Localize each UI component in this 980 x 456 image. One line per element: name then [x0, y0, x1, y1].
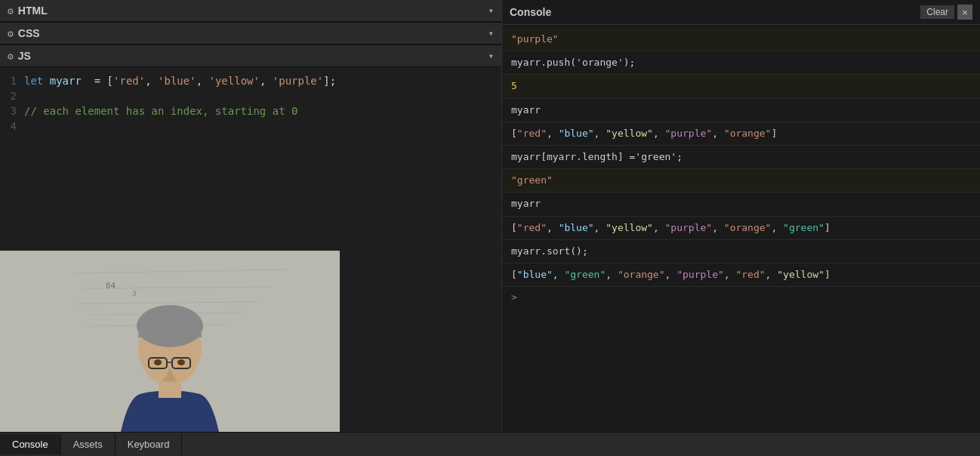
css-chevron-icon: ▾	[488, 28, 494, 39]
svg-rect-15	[159, 383, 181, 398]
tab-assets[interactable]: Assets	[61, 434, 116, 454]
line-content-3: // each element has an index, starting a…	[24, 103, 297, 119]
console-text-green-result: "green"	[511, 174, 553, 186]
console-entry-push: myarr.push('orange');	[502, 51, 980, 75]
bottom-tabs: Console Assets Keyboard	[0, 432, 980, 456]
console-entry-myarr1: myarr	[502, 99, 980, 122]
console-entry-setgreen: myarr[myarr.length] ='green';	[502, 146, 980, 169]
console-entry-array1: ["red", "blue", "yellow", "purple", "ora…	[502, 122, 980, 146]
video-frame: 04 3	[0, 251, 340, 432]
svg-point-14	[177, 359, 185, 365]
console-text-purple: "purple"	[511, 33, 559, 45]
line-num-3: 3	[0, 103, 24, 119]
line-content-2	[24, 88, 30, 103]
js-section-title: JS	[18, 50, 31, 62]
html-section-header[interactable]: ⚙ HTML ▾	[0, 0, 501, 22]
line-content-4	[24, 119, 30, 134]
console-panel: Console Clear × "purple" myarr.push('ora…	[502, 0, 980, 432]
console-entry-sort: myarr.sort();	[502, 240, 980, 263]
console-entry-array3: ["blue", "green", "orange", "purple", "r…	[502, 263, 980, 287]
svg-text:04: 04	[106, 281, 116, 291]
console-text-setgreen: myarr[myarr.length] ='green';	[511, 151, 683, 162]
video-placeholder: 04 3	[0, 251, 340, 432]
console-text-myarr2: myarr	[511, 198, 541, 209]
line-content-1: let myarr = ['red', 'blue', 'yellow', 'p…	[24, 73, 336, 88]
tab-console[interactable]: Console	[0, 434, 61, 454]
tab-keyboard[interactable]: Keyboard	[116, 434, 183, 454]
js-gear-icon: ⚙	[8, 51, 14, 62]
code-line-4: 4	[0, 119, 501, 134]
code-line-2: 2	[0, 88, 501, 103]
console-text-push: myarr.push('orange');	[511, 57, 635, 68]
svg-point-13	[154, 359, 162, 365]
console-entry-purple: "purple"	[502, 28, 980, 51]
console-header: Console Clear ×	[502, 0, 980, 25]
js-chevron-icon: ▾	[488, 51, 494, 61]
css-gear-icon: ⚙	[8, 28, 14, 39]
code-line-3: 3 // each element has an index, starting…	[0, 103, 501, 119]
console-prompt[interactable]: >	[502, 287, 980, 307]
close-console-button[interactable]: ×	[957, 5, 972, 20]
line-num-2: 2	[0, 88, 24, 103]
js-section-header[interactable]: ⚙ JS ▾	[0, 45, 501, 67]
video-area: 04 3	[0, 251, 340, 432]
console-text-sort: myarr.sort();	[511, 245, 588, 257]
console-title: Console	[510, 6, 551, 18]
line-num-4: 4	[0, 119, 24, 134]
clear-button[interactable]: Clear	[920, 5, 954, 19]
console-body: "purple" myarr.push('orange'); 5 myarr […	[502, 25, 980, 432]
html-section-title: HTML	[18, 5, 48, 17]
console-text-5: 5	[511, 80, 517, 91]
console-entry-array2: ["red", "blue", "yellow", "purple", "ora…	[502, 217, 980, 240]
css-section-title: CSS	[18, 27, 40, 39]
css-section-header[interactable]: ⚙ CSS ▾	[0, 23, 501, 45]
code-editor[interactable]: 1 let myarr = ['red', 'blue', 'yellow', …	[0, 67, 501, 251]
code-line-1: 1 let myarr = ['red', 'blue', 'yellow', …	[0, 73, 501, 88]
console-entry-5: 5	[502, 75, 980, 98]
console-entry-green-result: "green"	[502, 169, 980, 193]
svg-text:3: 3	[132, 290, 136, 297]
html-chevron-icon: ▾	[488, 5, 494, 16]
html-gear-icon: ⚙	[8, 5, 14, 17]
console-text-myarr1: myarr	[511, 104, 541, 116]
line-num-1: 1	[0, 73, 24, 88]
console-entry-myarr2: myarr	[502, 193, 980, 216]
